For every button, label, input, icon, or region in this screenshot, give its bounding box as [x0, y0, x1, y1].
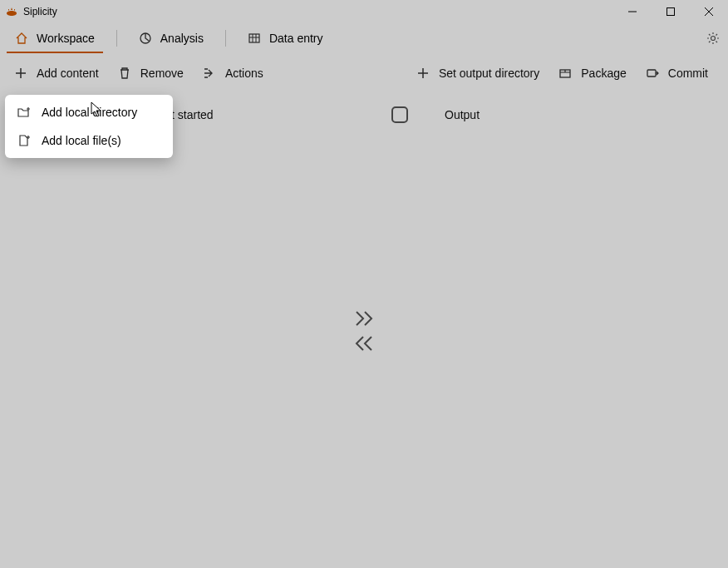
- chevron-double-left-icon: [353, 334, 375, 353]
- input-pane: Drop files here to get started: [0, 93, 350, 568]
- svg-point-5: [711, 37, 716, 41]
- button-label: Package: [581, 67, 626, 80]
- file-add-icon: [17, 133, 32, 148]
- pane-header: Output: [391, 103, 715, 126]
- commit-icon: [645, 66, 660, 81]
- trash-icon: [117, 66, 132, 81]
- actions-button[interactable]: Actions: [195, 61, 270, 86]
- output-pane: Output: [378, 93, 728, 568]
- svg-rect-7: [647, 70, 656, 77]
- tab-label: Workspace: [37, 32, 95, 45]
- toolbar-right: Set output directory Package Commit: [409, 61, 721, 86]
- button-label: Remove: [140, 67, 184, 80]
- add-content-button[interactable]: Add content: [7, 61, 106, 86]
- app-icon: [5, 5, 18, 18]
- folder-add-icon: [17, 105, 32, 120]
- toolbar: Add content Remove Actions Set output di…: [0, 53, 728, 93]
- analysis-icon: [139, 32, 152, 45]
- toolbar-left: Add content Remove Actions: [7, 61, 270, 86]
- main-split: Drop files here to get started Output: [0, 93, 728, 568]
- title-bar: Siplicity: [0, 0, 728, 23]
- splitter: [350, 93, 378, 568]
- tab-data-entry[interactable]: Data entry: [233, 23, 338, 53]
- tab-separator: [116, 30, 117, 47]
- move-right-button[interactable]: [353, 309, 375, 328]
- package-button[interactable]: Package: [551, 61, 632, 86]
- data-entry-icon: [248, 32, 261, 45]
- select-all-checkbox[interactable]: [391, 106, 408, 123]
- tab-bar: Workspace Analysis Data entry: [0, 23, 728, 53]
- tab-analysis[interactable]: Analysis: [124, 23, 219, 53]
- button-label: Commit: [668, 67, 708, 80]
- move-left-button[interactable]: [353, 334, 375, 353]
- commit-button[interactable]: Commit: [638, 61, 715, 86]
- menu-label: Add local directory: [42, 106, 137, 119]
- remove-button[interactable]: Remove: [111, 61, 190, 86]
- app-title: Siplicity: [23, 6, 57, 17]
- settings-button[interactable]: [706, 23, 720, 53]
- set-output-button[interactable]: Set output directory: [409, 61, 546, 86]
- plus-icon: [13, 66, 28, 81]
- window-controls: [613, 0, 728, 23]
- package-icon: [558, 66, 573, 81]
- tab-separator: [225, 30, 226, 47]
- close-button[interactable]: [690, 0, 728, 23]
- minimize-button[interactable]: [613, 0, 652, 23]
- actions-icon: [202, 66, 217, 81]
- svg-rect-4: [249, 34, 259, 42]
- tab-label: Analysis: [160, 32, 204, 45]
- svg-rect-1: [14, 9, 15, 11]
- gear-icon: [706, 32, 720, 45]
- menu-add-local-directory[interactable]: Add local directory: [5, 98, 173, 126]
- button-label: Add content: [37, 67, 99, 80]
- button-label: Actions: [225, 67, 263, 80]
- maximize-button[interactable]: [652, 0, 690, 23]
- plus-icon: [416, 66, 430, 81]
- home-icon: [15, 32, 28, 45]
- add-content-menu: Add local directory Add local file(s): [5, 95, 173, 158]
- tab-workspace[interactable]: Workspace: [0, 23, 110, 53]
- button-label: Set output directory: [439, 67, 539, 80]
- svg-rect-2: [667, 8, 675, 16]
- menu-add-local-files[interactable]: Add local file(s): [5, 126, 173, 155]
- pane-title: Output: [445, 108, 480, 121]
- menu-label: Add local file(s): [42, 134, 121, 147]
- chevron-double-right-icon: [353, 309, 375, 328]
- svg-rect-0: [8, 9, 9, 11]
- tab-label: Data entry: [269, 32, 323, 45]
